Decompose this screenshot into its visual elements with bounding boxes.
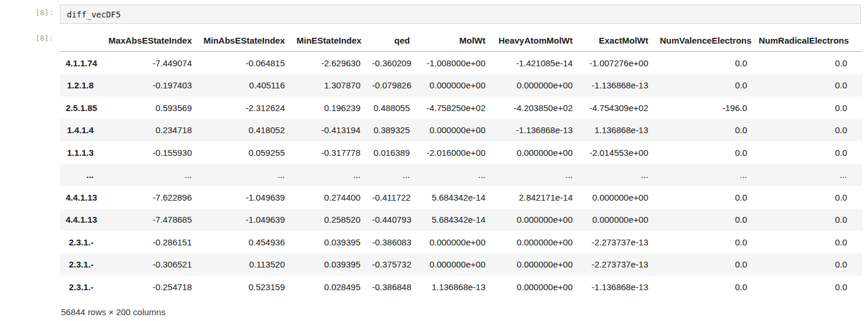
table-cell: -0.375732	[366, 254, 416, 276]
column-header: MolWt	[416, 29, 491, 52]
table-cell: 0.454936	[198, 231, 291, 254]
column-header: NumValenceElectrons	[654, 29, 753, 52]
table-cell: 0.405116	[198, 74, 291, 97]
table-cell	[853, 231, 862, 254]
table-cell	[853, 119, 862, 142]
table-cell: ...	[753, 164, 853, 187]
table-cell: 0.0	[753, 276, 853, 298]
row-index: 4.4.1.13	[60, 186, 99, 209]
table-cell: ...	[491, 164, 578, 187]
table-cell: -1.049639	[198, 186, 291, 209]
table-row: 1.1.1.3-0.1559300.059255-0.3177780.01638…	[60, 141, 862, 164]
table-cell: ...	[99, 164, 198, 187]
table-cell	[853, 254, 862, 276]
code-editor[interactable]: diff_vecDF5	[60, 5, 861, 24]
row-index: 2.3.1.-	[60, 276, 99, 298]
row-index: 1.2.1.8	[60, 74, 99, 97]
table-cell: 0.000000e+00	[491, 231, 578, 254]
table-cell: ...	[291, 164, 366, 187]
table-cell: 0.0	[654, 52, 753, 74]
table-cell: 0.039395	[291, 254, 366, 276]
table-cell: -0.411722	[366, 186, 416, 209]
table-cell: 0.000000e+00	[491, 276, 578, 298]
table-cell	[853, 52, 862, 74]
table-cell: 0.0	[753, 74, 853, 97]
table-row: 2.3.1.--0.2547180.5231590.028495-0.38684…	[60, 276, 862, 298]
row-index: 2.3.1.-	[60, 231, 99, 254]
row-index: 1.1.1.3	[60, 141, 99, 164]
table-cell: 0.113520	[198, 254, 291, 276]
input-prompt: [8]:	[0, 8, 53, 17]
table-cell: 0.593569	[99, 97, 198, 119]
table-cell: 1.307870	[291, 74, 366, 97]
table-cell: -2.014553e+00	[578, 141, 654, 164]
table-cell: 0.258520	[291, 209, 366, 231]
table-cell: 0.0	[654, 254, 753, 276]
row-index: ...	[60, 164, 99, 187]
table-cell: -0.360209	[366, 52, 416, 74]
table-header-row: MaxAbsEStateIndexMinAbsEStateIndexMinESt…	[60, 29, 862, 52]
table-cell: 0.000000e+00	[416, 231, 491, 254]
table-cell: 0.000000e+00	[491, 209, 578, 231]
table-cell: -2.312624	[198, 97, 291, 119]
table-cell: 0.0	[654, 276, 753, 298]
table-row: 4.1.1.74-7.449074-0.064815-2.629630-0.36…	[60, 52, 862, 74]
table-cell: -0.079826	[366, 74, 416, 97]
table-cell	[853, 164, 862, 187]
table-cell: -0.197403	[99, 74, 198, 97]
table-cell: 0.0	[753, 254, 853, 276]
table-cell: 0.389325	[366, 119, 416, 142]
table-cell: 0.418052	[198, 119, 291, 142]
column-header: MinEStateIndex	[291, 29, 366, 52]
table-cell: 0.0	[654, 209, 753, 231]
table-cell: -7.478685	[99, 209, 198, 231]
table-cell: -2.273737e-13	[578, 254, 654, 276]
row-index: 4.4.1.13	[60, 209, 99, 231]
table-cell: 0.000000e+00	[491, 74, 578, 97]
table-cell: 0.0	[654, 186, 753, 209]
table-cell: 1.136868e-13	[578, 119, 654, 142]
table-cell: -0.306521	[99, 254, 198, 276]
column-header: qed	[366, 29, 416, 52]
table-cell	[853, 141, 862, 164]
table-cell: 0.0	[753, 141, 853, 164]
row-index: 1.4.1.4	[60, 119, 99, 142]
column-header: NumRadicalElectrons	[753, 29, 853, 52]
table-cell: 0.039395	[291, 231, 366, 254]
table-cell	[853, 276, 862, 298]
table-cell: 0.000000e+00	[416, 254, 491, 276]
table-cell	[853, 209, 862, 231]
table-cell: 0.000000e+00	[416, 119, 491, 142]
table-cell: 0.0	[654, 141, 753, 164]
table-cell: 5.684342e-14	[416, 186, 491, 209]
table-cell: -0.413194	[291, 119, 366, 142]
table-cell: ...	[198, 164, 291, 187]
code-text[interactable]: diff_vecDF5	[67, 10, 121, 19]
table-cell: 0.016389	[366, 141, 416, 164]
output-prompt: [8]:	[0, 34, 53, 42]
index-header	[60, 29, 99, 52]
table-cell: 0.028495	[291, 276, 366, 298]
table-cell: -2.629630	[291, 52, 366, 74]
table-cell: 0.059255	[198, 141, 291, 164]
table-cell: -4.754309e+02	[578, 97, 654, 119]
table-cell: ...	[366, 164, 416, 187]
column-header: HeavyAtomMolWt	[491, 29, 578, 52]
table-cell: -0.155930	[99, 141, 198, 164]
column-header: MaxPartialCharge	[853, 29, 862, 52]
row-index: 2.5.1.85	[60, 97, 99, 119]
table-cell: 0.0	[654, 119, 753, 142]
table-cell: -0.440793	[366, 209, 416, 231]
table-cell: -196.0	[654, 97, 753, 119]
table-cell: 0.0	[753, 97, 853, 119]
dataframe-output: MaxAbsEStateIndexMinAbsEStateIndexMinESt…	[60, 29, 862, 298]
table-cell: -0.064815	[198, 52, 291, 74]
table-cell: 2.842171e-14	[491, 186, 578, 209]
table-cell: 0.0	[654, 74, 753, 97]
table-cell: -4.203850e+02	[491, 97, 578, 119]
table-cell: 0.0	[753, 209, 853, 231]
table-cell: ...	[578, 164, 654, 187]
table-cell: -7.622896	[99, 186, 198, 209]
table-cell: -0.317778	[291, 141, 366, 164]
table-cell: 0.196239	[291, 97, 366, 119]
